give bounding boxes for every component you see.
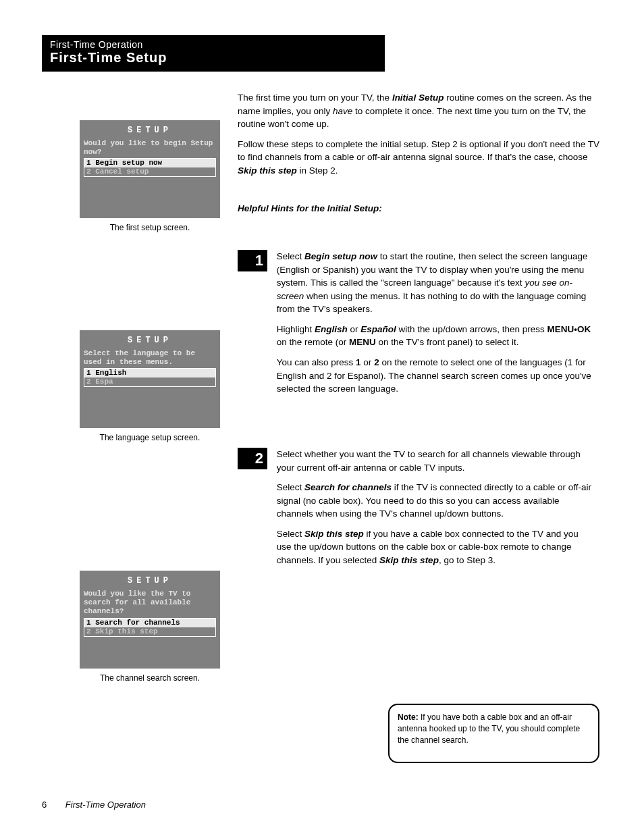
step1-p3: You can also press 1 or 2 on the remote …	[277, 356, 595, 396]
t: English	[315, 324, 348, 334]
note-text: If you have both a cable box and an off-…	[398, 712, 580, 745]
t: MENU	[349, 337, 376, 347]
option-search-channels[interactable]: 1 Search for channels	[84, 619, 215, 627]
page-number: 6	[42, 800, 47, 810]
setup-screen-3: SETUP Would you like the TV to search fo…	[80, 571, 220, 669]
step2-p2: Select Search for channels if the TV is …	[277, 481, 595, 521]
screen-title: SETUP	[80, 120, 220, 139]
caption-1: The first setup screen.	[80, 223, 220, 232]
t: or	[361, 357, 375, 367]
screen-prompt: Would you like the TV to search for all …	[80, 590, 220, 618]
screen-title: SETUP	[80, 330, 220, 349]
intro-block: The first time you turn on your TV, the …	[238, 91, 602, 184]
step1-p1: Select Begin setup now to start the rout…	[277, 250, 595, 316]
option-skip-step[interactable]: 2 Skip this step	[84, 627, 215, 636]
t: when using the menus. It has nothing to …	[277, 291, 587, 315]
t: 2	[374, 357, 379, 367]
screen-options: 1 Begin setup now 2 Cancel setup	[84, 158, 216, 177]
t: Select	[277, 529, 304, 539]
t: with the up/down arrows, then press	[396, 324, 547, 334]
page-footer: 6 First-Time Operation	[42, 800, 602, 810]
t: Skip this step	[304, 529, 364, 539]
t: Español	[360, 324, 396, 334]
screen-options: 1 English 2 Espa	[84, 368, 216, 387]
t: Search for channels	[304, 482, 392, 492]
header-title: First-Time Setup	[50, 50, 377, 66]
page-header: First-Time Operation First-Time Setup	[42, 35, 385, 72]
t: The first time you turn on your TV, the	[238, 93, 392, 103]
setup-screen-1: SETUP Would you like to begin Setup now?…	[80, 120, 220, 218]
t: , go to Step 3.	[439, 555, 495, 565]
step-2: 2 Select whether you want the TV to sear…	[238, 448, 602, 574]
intro-p2: Follow these steps to complete the initi…	[238, 138, 602, 178]
t: Begin setup now	[304, 251, 377, 261]
t: on the remote (or	[277, 337, 349, 347]
note-label: Note:	[398, 712, 419, 722]
screen-prompt: Select the language to be used in these …	[80, 349, 220, 368]
t: on the TV's front panel) to select it.	[376, 337, 519, 347]
helpful-hints-heading: Helpful Hints for the Initial Setup:	[238, 203, 602, 213]
t: Select	[277, 482, 304, 492]
t: Follow these steps to complete the initi…	[238, 139, 599, 163]
screen-options: 1 Search for channels 2 Skip this step	[84, 618, 216, 637]
caption-2: The language setup screen.	[80, 433, 220, 442]
note-box: Note: If you have both a cable box and a…	[388, 704, 599, 763]
t: or	[348, 324, 361, 334]
t: Skip this step	[238, 165, 297, 176]
step-number: 1	[238, 250, 267, 271]
screen-title: SETUP	[80, 571, 220, 590]
caption-3: The channel search screen.	[80, 673, 220, 683]
step-body: Select whether you want the TV to search…	[270, 448, 595, 574]
t: Select	[277, 251, 304, 261]
t: MENU•OK	[547, 324, 591, 334]
intro-p1: The first time you turn on your TV, the …	[238, 91, 602, 131]
header-kicker: First-Time Operation	[50, 39, 377, 50]
step2-p3: Select Skip this step if you have a cabl…	[277, 527, 595, 567]
step-number: 2	[238, 448, 267, 469]
t: have	[333, 106, 352, 116]
footer-title: First-Time Operation	[65, 800, 146, 810]
t: Skip this step	[379, 555, 439, 565]
option-espanol[interactable]: 2 Espa	[84, 377, 215, 386]
t: in Step 2.	[297, 165, 338, 176]
t: Initial Setup	[392, 93, 444, 103]
t: 1	[356, 357, 361, 367]
t: Highlight	[277, 324, 315, 334]
step2-p1: Select whether you want the TV to search…	[277, 448, 595, 474]
option-cancel-setup[interactable]: 2 Cancel setup	[84, 167, 215, 176]
step-body: Select Begin setup now to start the rout…	[270, 250, 595, 402]
t: You can also press	[277, 357, 356, 367]
screen-prompt: Would you like to begin Setup now?	[80, 139, 220, 158]
option-english[interactable]: 1 English	[84, 369, 215, 377]
step1-p2: Highlight English or Español with the up…	[277, 323, 595, 349]
step-1: 1 Select Begin setup now to start the ro…	[238, 250, 602, 402]
option-begin-setup[interactable]: 1 Begin setup now	[84, 159, 215, 167]
setup-screen-2: SETUP Select the language to be used in …	[80, 330, 220, 428]
